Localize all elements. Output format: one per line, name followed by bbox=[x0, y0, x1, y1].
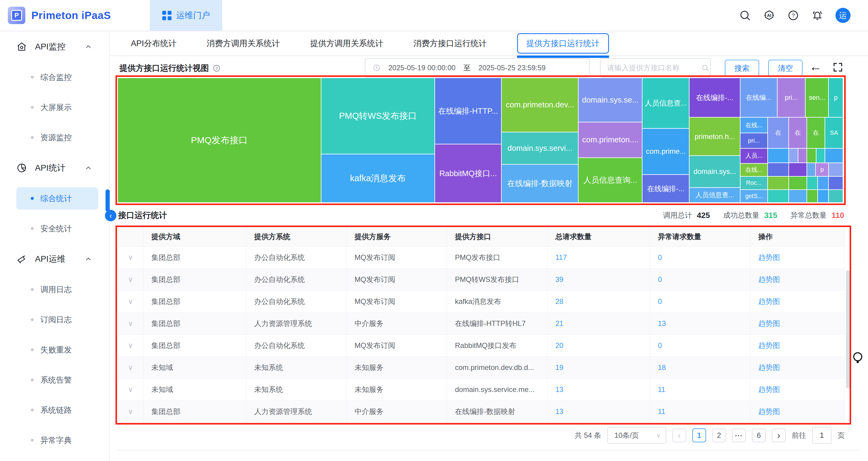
treemap-block[interactable] bbox=[829, 176, 843, 189]
date-range-picker[interactable]: 2025-05-19 00:00:00 至 2025-05-25 23:59:5… bbox=[365, 58, 590, 78]
back-arrow-button[interactable]: ← bbox=[809, 60, 822, 73]
cell-error-requests[interactable]: 11 bbox=[650, 379, 750, 400]
cell-error-requests[interactable]: 0 bbox=[650, 335, 750, 357]
cell-total-requests[interactable]: 20 bbox=[548, 335, 650, 357]
user-avatar[interactable]: 运 bbox=[835, 8, 850, 23]
treemap-block[interactable] bbox=[829, 163, 843, 177]
treemap-block-domain.sys...[interactable]: domain.sys... bbox=[689, 156, 740, 188]
cell-total-requests[interactable]: 19 bbox=[548, 357, 650, 378]
treemap-block-pri...[interactable]: pri... bbox=[777, 78, 806, 117]
treemap-block-Roc...[interactable]: Roc... bbox=[740, 176, 768, 189]
prev-page-button[interactable]: ‹ bbox=[672, 428, 686, 442]
cell-error-requests[interactable]: 11 bbox=[650, 401, 750, 422]
search-input[interactable] bbox=[600, 63, 701, 72]
sidebar-item-系统告警[interactable]: 系统告警 bbox=[0, 365, 109, 395]
treemap-block-com.prime...[interactable]: com.prime... bbox=[642, 128, 689, 175]
sidebar-collapse-button[interactable]: ‹ bbox=[105, 210, 116, 221]
tab-提供方调用关系统计[interactable]: 提供方调用关系统计 bbox=[310, 38, 383, 49]
treemap-block-在线编排-HTTP...[interactable]: 在线编排-HTTP... bbox=[435, 78, 501, 144]
treemap-block-RabbitMQ接口...[interactable]: RabbitMQ接口... bbox=[435, 144, 501, 203]
sidebar-item-综合统计[interactable]: 综合统计 bbox=[0, 183, 109, 213]
treemap-block-在线...[interactable]: 在线... bbox=[740, 117, 768, 133]
page-size-select[interactable]: 10条/页 ∨ bbox=[607, 427, 666, 444]
cell-total-requests[interactable]: 13 bbox=[548, 379, 650, 400]
sidebar-item-失败重发[interactable]: 失败重发 bbox=[0, 335, 109, 365]
treemap-block-SA[interactable]: SA bbox=[825, 117, 843, 148]
trend-chart-link[interactable]: 趋势图 bbox=[750, 269, 844, 290]
notification-bell-icon[interactable] bbox=[811, 9, 824, 22]
sidebar-item-资源监控[interactable]: 资源监控 bbox=[0, 122, 109, 153]
treemap-block-人员信息查询...[interactable]: 人员信息查询... bbox=[578, 158, 642, 203]
sidebar-item-安全统计[interactable]: 安全统计 bbox=[0, 213, 109, 244]
input-search-icon[interactable] bbox=[701, 64, 709, 72]
treemap-block[interactable] bbox=[818, 190, 829, 203]
sidebar-item-订阅日志[interactable]: 订阅日志 bbox=[0, 305, 109, 335]
treemap-block-在[interactable]: 在 bbox=[807, 117, 825, 148]
treemap-block-PMQ发布接口[interactable]: PMQ发布接口 bbox=[118, 78, 321, 203]
treemap-block-在线编...[interactable]: 在线编... bbox=[740, 78, 777, 117]
treemap-block[interactable] bbox=[768, 148, 789, 163]
tab-消费方调用关系统计[interactable]: 消费方调用关系统计 bbox=[207, 38, 280, 49]
tab-消费方接口运行统计[interactable]: 消费方接口运行统计 bbox=[414, 38, 487, 49]
treemap-block[interactable] bbox=[816, 148, 825, 163]
search-icon[interactable] bbox=[739, 9, 751, 22]
page-ellipsis[interactable]: ••• bbox=[732, 428, 746, 442]
trend-chart-link[interactable]: 趋势图 bbox=[750, 379, 844, 400]
trend-chart-link[interactable]: 趋势图 bbox=[750, 313, 844, 334]
help-icon[interactable]: ? bbox=[787, 9, 799, 22]
nav-portal-tab[interactable]: 运维门户 bbox=[150, 0, 222, 31]
page-button-1[interactable]: 1 bbox=[692, 428, 706, 442]
tab-API分布统计[interactable]: API分布统计 bbox=[131, 38, 177, 49]
clear-button[interactable]: 清空 bbox=[768, 60, 803, 76]
search-button[interactable]: 搜索 bbox=[725, 60, 759, 76]
treemap-block-在线编排-数据映射[interactable]: 在线编排-数据映射 bbox=[501, 164, 578, 203]
treemap-block[interactable] bbox=[789, 148, 798, 163]
row-expand-icon[interactable]: ∨ bbox=[118, 357, 144, 378]
row-expand-icon[interactable]: ∨ bbox=[118, 401, 144, 422]
trend-chart-link[interactable]: 趋势图 bbox=[750, 401, 844, 422]
trend-chart-link[interactable]: 趋势图 bbox=[750, 247, 844, 268]
cell-total-requests[interactable]: 21 bbox=[548, 313, 650, 334]
tab-提供方接口运行统计[interactable]: 提供方接口运行统计 bbox=[517, 33, 609, 54]
cell-total-requests[interactable]: 39 bbox=[548, 269, 650, 290]
treemap-block-在线编排-...[interactable]: 在线编排-... bbox=[642, 175, 689, 203]
row-expand-icon[interactable]: ∨ bbox=[118, 290, 144, 312]
cell-total-requests[interactable]: 117 bbox=[548, 247, 650, 268]
ai-assistant-icon[interactable]: AI bbox=[763, 9, 775, 22]
sidebar-group-API运维[interactable]: API运维 bbox=[0, 244, 109, 274]
treemap-block-primeton.h...[interactable]: primeton.h... bbox=[689, 117, 740, 156]
fullscreen-icon[interactable] bbox=[832, 62, 844, 73]
treemap-block[interactable] bbox=[789, 163, 807, 177]
sidebar-group-API统计[interactable]: API统计 bbox=[0, 153, 109, 183]
cell-total-requests[interactable]: 28 bbox=[548, 290, 650, 312]
goto-page-input[interactable] bbox=[812, 427, 832, 444]
treemap-block[interactable] bbox=[807, 176, 818, 189]
treemap-block-在[interactable]: 在 bbox=[789, 117, 807, 148]
row-expand-icon[interactable]: ∨ bbox=[118, 379, 144, 400]
sidebar-item-系统链路[interactable]: 系统链路 bbox=[0, 395, 109, 425]
row-expand-icon[interactable]: ∨ bbox=[118, 247, 144, 268]
treemap-block-在线编排-...[interactable]: 在线编排-... bbox=[689, 78, 740, 117]
row-expand-icon[interactable]: ∨ bbox=[118, 335, 144, 357]
treemap-block-kafka消息发布[interactable]: kafka消息发布 bbox=[321, 154, 435, 203]
cell-error-requests[interactable]: 18 bbox=[650, 357, 750, 378]
cell-error-requests[interactable]: 13 bbox=[650, 313, 750, 334]
trend-chart-link[interactable]: 趋势图 bbox=[750, 357, 844, 378]
cell-error-requests[interactable]: 0 bbox=[650, 269, 750, 290]
treemap-block[interactable] bbox=[807, 190, 818, 203]
cell-error-requests[interactable]: 0 bbox=[650, 290, 750, 312]
treemap-block-getS...[interactable]: getS... bbox=[740, 190, 768, 203]
treemap-block[interactable] bbox=[807, 148, 816, 163]
treemap-block-PMQ转WS发布接口[interactable]: PMQ转WS发布接口 bbox=[321, 78, 435, 154]
treemap-block[interactable] bbox=[798, 148, 807, 163]
treemap-block[interactable] bbox=[789, 176, 807, 189]
page-button-2[interactable]: 2 bbox=[712, 428, 726, 442]
treemap-block[interactable] bbox=[807, 163, 815, 177]
treemap-block[interactable] bbox=[825, 148, 843, 163]
treemap-block[interactable] bbox=[829, 190, 843, 203]
treemap-block-com.primeton....[interactable]: com.primeton.... bbox=[578, 122, 642, 158]
sidebar-item-综合监控[interactable]: 综合监控 bbox=[0, 62, 109, 92]
treemap-block-domain.sys.se...[interactable]: domain.sys.se... bbox=[578, 78, 642, 122]
treemap-block-sen...[interactable]: sen... bbox=[805, 78, 829, 117]
title-help-icon[interactable]: ? bbox=[213, 64, 221, 72]
